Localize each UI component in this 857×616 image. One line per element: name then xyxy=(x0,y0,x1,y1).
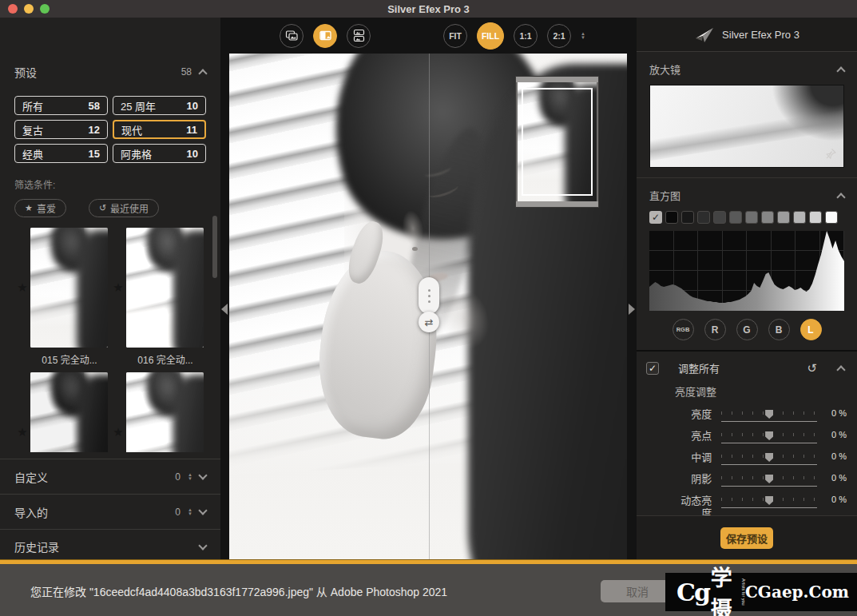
channel-l-button[interactable]: L xyxy=(800,319,822,340)
zoom-1-1-button[interactable]: 1:1 xyxy=(514,24,538,48)
midtones-slider[interactable] xyxy=(721,453,817,465)
slider-handle[interactable] xyxy=(765,453,773,462)
loupe-header[interactable]: 放大镜 xyxy=(637,52,857,83)
category-classic[interactable]: 经典 15 xyxy=(14,144,108,163)
minimize-window-button[interactable] xyxy=(24,4,34,14)
stacked-view-button[interactable] xyxy=(347,24,371,48)
section-history[interactable]: 历史记录 xyxy=(0,529,220,559)
dynamic-brightness-slider[interactable] xyxy=(721,496,817,508)
slider-shadows: 阴影 0 % xyxy=(637,473,857,487)
zone-swatch-1[interactable] xyxy=(681,211,694,224)
pin-icon[interactable] xyxy=(825,148,837,162)
stepper-icon[interactable]: ▲▼ xyxy=(188,473,192,481)
single-view-icon xyxy=(285,29,299,42)
presets-header[interactable]: 预设 58 xyxy=(14,64,206,80)
zone-swatch-5[interactable] xyxy=(745,211,758,224)
slider-midtones: 中调 0 % xyxy=(637,451,857,465)
preset-name-016: 016 完全动... xyxy=(110,352,206,366)
favorite-star-icon[interactable]: ★ xyxy=(110,425,126,439)
cancel-button[interactable]: 取消 xyxy=(601,580,674,602)
shadows-slider[interactable] xyxy=(721,475,817,487)
adjust-all-checkbox[interactable]: ✓ xyxy=(646,362,659,375)
favorite-star-icon[interactable]: ★ xyxy=(14,280,30,295)
watermark-cg-logo: Cg xyxy=(676,578,709,606)
chevron-down-icon[interactable] xyxy=(198,471,207,479)
collapse-right-panel-arrow[interactable] xyxy=(629,304,635,315)
category-all[interactable]: 所有 58 xyxy=(14,96,108,115)
collapse-left-panel-arrow[interactable] xyxy=(221,304,228,315)
watermark-cn-logo: 学摄 xyxy=(711,561,740,616)
swap-before-after-button[interactable]: ⇄ xyxy=(419,312,439,332)
single-view-button[interactable] xyxy=(280,24,304,48)
section-imported[interactable]: 导入的 0 ▲▼ xyxy=(0,494,220,529)
app-window: Silver Efex Pro 3 预设 58 所有 58 25 周年 10 复… xyxy=(0,0,857,616)
zoom-fill-button[interactable]: FILL xyxy=(477,22,504,50)
status-message: 您正在修改 "16ceedcf4ad4408a3bd3163f1772a996.… xyxy=(30,583,447,599)
custom-count: 0 xyxy=(175,471,181,483)
split-view-button[interactable] xyxy=(313,24,337,48)
maximize-window-button[interactable] xyxy=(40,4,50,14)
zoom-2-1-button[interactable]: 2:1 xyxy=(547,24,571,48)
zone-swatch-2[interactable] xyxy=(697,211,710,224)
zone-swatch-9[interactable] xyxy=(809,211,822,224)
preset-thumbnail[interactable] xyxy=(126,372,204,452)
favorite-star-icon[interactable]: ★ xyxy=(14,425,30,439)
preset-thumbnail-016[interactable] xyxy=(126,228,204,348)
chevron-up-icon[interactable] xyxy=(836,193,845,201)
chevron-down-icon[interactable] xyxy=(198,506,207,515)
navigator-thumbnail[interactable] xyxy=(515,76,599,208)
category-vintage[interactable]: 复古 12 xyxy=(14,120,108,139)
histogram-header[interactable]: 直方图 xyxy=(637,178,857,209)
loupe-preview[interactable] xyxy=(649,85,844,168)
zone-checkbox[interactable]: ✓ xyxy=(649,211,662,224)
navigator-view-frame[interactable] xyxy=(522,88,593,196)
stepper-icon[interactable]: ▲▼ xyxy=(188,508,192,516)
slider-handle[interactable] xyxy=(765,475,773,483)
favorite-star-icon[interactable]: ★ xyxy=(110,280,126,295)
channel-r-button[interactable]: R xyxy=(704,319,726,340)
zone-swatch-3[interactable] xyxy=(713,211,726,224)
zoom-stepper-icon[interactable]: ▲▼ xyxy=(581,32,585,40)
scrollbar-thumb[interactable] xyxy=(212,216,217,278)
category-modern[interactable]: 现代 11 xyxy=(113,120,206,139)
zoom-fit-button[interactable]: FIT xyxy=(443,24,467,48)
category-25th-anniversary[interactable]: 25 周年 10 xyxy=(113,96,206,115)
zone-swatch-6[interactable] xyxy=(761,211,774,224)
section-custom[interactable]: 自定义 0 ▲▼ xyxy=(0,459,220,494)
brightness-slider[interactable] xyxy=(721,410,817,422)
zone-swatch-8[interactable] xyxy=(793,211,806,224)
preset-thumbnail[interactable] xyxy=(30,372,108,452)
image-preview-canvas[interactable]: ⇄ xyxy=(229,54,627,559)
window-title: Silver Efex Pro 3 xyxy=(0,3,857,15)
close-window-button[interactable] xyxy=(8,4,18,14)
split-drag-handle[interactable] xyxy=(419,277,439,314)
highlights-slider[interactable] xyxy=(721,431,817,443)
chevron-up-icon[interactable] xyxy=(198,69,207,77)
star-icon: ★ xyxy=(25,203,33,213)
channel-b-button[interactable]: B xyxy=(768,319,790,340)
channel-g-button[interactable]: G xyxy=(736,319,758,340)
preset-thumbnail-015[interactable] xyxy=(30,228,108,348)
filter-favorites-button[interactable]: ★ 喜爱 xyxy=(14,199,66,217)
channel-rgb-button[interactable]: RGB xyxy=(673,319,694,340)
presets-panel: 预设 58 所有 58 25 周年 10 复古 12 现代 xyxy=(0,18,220,559)
preset-thumbnails: ★ ★ xyxy=(14,228,206,452)
zone-swatch-10[interactable] xyxy=(825,211,838,224)
zone-swatch-0[interactable] xyxy=(665,211,678,224)
slider-handle[interactable] xyxy=(765,496,773,505)
save-preset-button[interactable]: 保存预设 xyxy=(720,527,773,549)
right-panel-collapse-strip xyxy=(627,18,636,559)
chevron-up-icon[interactable] xyxy=(836,66,845,75)
history-icon: ↺ xyxy=(99,203,106,213)
preview-toolbar: FIT FILL 1:1 2:1 ▲▼ xyxy=(229,18,627,54)
chevron-up-icon[interactable] xyxy=(836,365,845,374)
filter-recent-button[interactable]: ↺ 最近使用 xyxy=(89,199,159,217)
chevron-down-icon[interactable] xyxy=(198,541,207,550)
reset-icon[interactable]: ↺ xyxy=(807,361,817,376)
zone-swatch-7[interactable] xyxy=(777,211,790,224)
category-agfa[interactable]: 阿弗格 10 xyxy=(113,144,206,163)
zone-swatch-4[interactable] xyxy=(729,211,742,224)
slider-handle[interactable] xyxy=(765,410,773,419)
slider-handle[interactable] xyxy=(765,431,773,440)
stacked-view-icon xyxy=(352,29,366,42)
